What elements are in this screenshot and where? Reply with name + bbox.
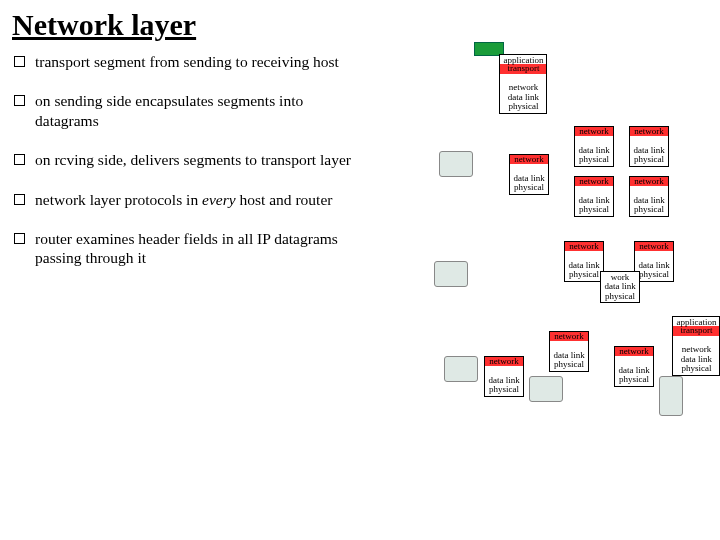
bullet-box-icon — [14, 56, 25, 67]
layer-label: network — [575, 127, 612, 136]
bullet-text: router examines header fields in all IP … — [35, 229, 370, 268]
bullet-box-icon — [14, 233, 25, 244]
layer-label: physical — [514, 182, 544, 192]
bullet-item: transport segment from sending to receiv… — [14, 52, 370, 71]
bullet-item: on rcving side, delivers segments to tra… — [14, 150, 370, 169]
layer-stack-r-top-1: networkdata linkphysical — [574, 126, 613, 167]
bullet-item: on sending side encapsulates segments in… — [14, 91, 370, 130]
layer-label: physical — [605, 291, 635, 301]
layer-label: physical — [489, 384, 519, 394]
layer-label: network — [630, 177, 667, 186]
layer-stack-r-truck: networkdata linkphysical — [509, 154, 548, 195]
layer-stack-r-bot-2: networkdata linkphysical — [549, 331, 588, 372]
layer-label: physical — [554, 359, 584, 369]
bullet-box-icon — [14, 194, 25, 205]
layer-label: physical — [579, 154, 609, 164]
layer-label: network — [575, 177, 612, 186]
page-title: Network layer — [0, 0, 720, 46]
layer-label: physical — [634, 154, 664, 164]
network-diagram: applicationtransportnetworkdata linkphys… — [374, 46, 720, 506]
bullet-text: transport segment from sending to receiv… — [35, 52, 339, 71]
layer-label: physical — [634, 204, 664, 214]
layer-label: physical — [569, 269, 599, 279]
bullet-text: on sending side encapsulates segments in… — [35, 91, 370, 130]
server-icon — [659, 376, 683, 416]
layer-label: transport — [500, 64, 546, 73]
layer-label: network — [635, 242, 672, 251]
bullet-box-icon — [14, 154, 25, 165]
layer-label: network — [550, 332, 587, 341]
layer-label: network — [630, 127, 667, 136]
layer-stack-r-mid-2: networkdata linkphysical — [629, 176, 668, 217]
layer-label: transport — [673, 326, 719, 335]
layer-label: physical — [579, 204, 609, 214]
layer-stack-r-low-3: workdata linkphysical — [600, 271, 639, 303]
layer-label: network — [485, 357, 522, 366]
layer-label: network — [615, 347, 652, 356]
bullet-list: transport segment from sending to receiv… — [0, 46, 374, 506]
layer-stack-r-mid-1: networkdata linkphysical — [574, 176, 613, 217]
layer-stack-r-bot-1: networkdata linkphysical — [484, 356, 523, 397]
layer-stack-r-top-2: networkdata linkphysical — [629, 126, 668, 167]
layer-stack-host-top: applicationtransportnetworkdata linkphys… — [499, 54, 547, 114]
bullet-box-icon — [14, 95, 25, 106]
pc-icon — [529, 376, 563, 402]
router-icon — [434, 261, 468, 287]
bullet-item: router examines header fields in all IP … — [14, 229, 370, 268]
bullet-item: network layer protocols in every host an… — [14, 190, 370, 209]
layer-label: physical — [619, 374, 649, 384]
layer-label: network — [565, 242, 602, 251]
bullet-text: network layer protocols in every host an… — [35, 190, 332, 209]
layer-label: physical — [681, 363, 711, 373]
bullet-text: on rcving side, delivers segments to tra… — [35, 150, 351, 169]
layer-stack-r-low-2: networkdata linkphysical — [634, 241, 673, 282]
layer-label: physical — [639, 269, 669, 279]
layer-stack-r-bot-3: networkdata linkphysical — [614, 346, 653, 387]
layer-label: network — [510, 155, 547, 164]
pc-icon — [444, 356, 478, 382]
layer-label: physical — [508, 101, 538, 111]
router-icon — [439, 151, 473, 177]
layer-stack-host-right: applicationtransportnetworkdata linkphys… — [672, 316, 720, 376]
layer-stack-r-low-1: networkdata linkphysical — [564, 241, 603, 282]
